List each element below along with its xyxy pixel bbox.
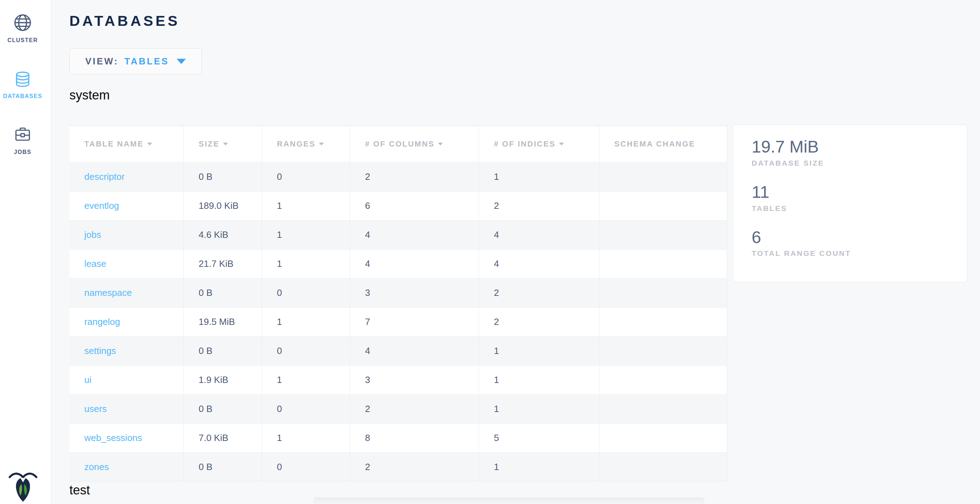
view-selector[interactable]: VIEW: TABLES: [69, 48, 202, 74]
database-size-stat: 19.7 MiB DATABASE SIZE: [752, 138, 956, 167]
sidebar-item-label: JOBS: [14, 149, 32, 155]
table-name-cell: zones: [69, 453, 184, 481]
indices-count-cell: 1: [479, 162, 600, 191]
size-cell: 1.9 KiB: [184, 366, 262, 394]
table-row: namespace 0 B 0 3 2: [69, 278, 727, 307]
column-header-size[interactable]: SIZE: [184, 126, 262, 162]
schema-change-cell: [600, 221, 727, 249]
table-name-link[interactable]: settings: [84, 345, 116, 356]
schema-change-cell: [600, 366, 727, 394]
ranges-cell: 0: [262, 394, 350, 423]
table-name-cell: jobs: [69, 221, 184, 249]
ranges-cell: 1: [262, 221, 350, 249]
table-name-link[interactable]: ui: [84, 374, 91, 385]
globe-icon: [13, 13, 32, 33]
schema-change-cell: [600, 308, 727, 336]
sort-arrow-icon: [559, 143, 564, 145]
columns-count-cell: 2: [350, 394, 479, 423]
schema-change-cell: [600, 424, 727, 452]
columns-count-cell: 4: [350, 221, 479, 249]
table-name-link[interactable]: rangelog: [84, 316, 120, 328]
section-heading-system: system: [69, 88, 110, 103]
table-name-link[interactable]: lease: [84, 258, 106, 269]
cockroachdb-logo[interactable]: [8, 471, 38, 502]
sort-arrow-icon: [223, 143, 228, 145]
database-size-value: 19.7 MiB: [752, 138, 956, 156]
columns-count-cell: 3: [350, 278, 479, 307]
indices-count-cell: 4: [479, 250, 600, 278]
ranges-cell: 1: [262, 366, 350, 394]
table-name-link[interactable]: eventlog: [84, 200, 119, 211]
table-row: lease 21.7 KiB 1 4 4: [69, 249, 727, 278]
schema-change-cell: [600, 162, 727, 191]
table-name-cell: users: [69, 394, 184, 423]
sidebar-item-label: CLUSTER: [8, 37, 38, 43]
table-name-link[interactable]: web_sessions: [84, 432, 142, 444]
tables-count-label: TABLES: [752, 204, 956, 213]
database-summary-card: 19.7 MiB DATABASE SIZE 11 TABLES 6 TOTAL…: [733, 125, 967, 283]
size-cell: 4.6 KiB: [184, 221, 262, 249]
indices-count-cell: 1: [479, 394, 600, 423]
columns-count-cell: 4: [350, 337, 479, 365]
columns-count-cell: 4: [350, 250, 479, 278]
sort-arrow-icon: [147, 143, 152, 145]
indices-count-cell: 2: [479, 308, 600, 336]
table-row: ui 1.9 KiB 1 3 1: [69, 365, 727, 394]
database-icon: [14, 71, 31, 89]
size-cell: 189.0 KiB: [184, 191, 262, 220]
indices-count-cell: 1: [479, 366, 600, 394]
table-row: jobs 4.6 KiB 1 4 4: [69, 220, 727, 249]
size-cell: 19.5 MiB: [184, 308, 262, 336]
database-size-label: DATABASE SIZE: [752, 159, 956, 167]
sort-arrow-icon: [319, 143, 324, 145]
table-name-cell: settings: [69, 337, 184, 365]
indices-count-cell: 1: [479, 337, 600, 365]
table-name-cell: lease: [69, 250, 184, 278]
table-row: rangelog 19.5 MiB 1 7 2: [69, 307, 727, 336]
table-name-link[interactable]: users: [84, 404, 107, 415]
range-count-label: TOTAL RANGE COUNT: [752, 249, 956, 258]
table-name-link[interactable]: jobs: [84, 229, 101, 240]
table-name-cell: namespace: [69, 278, 184, 307]
table-row: descriptor 0 B 0 2 1: [69, 162, 727, 191]
sidebar-item-databases[interactable]: DATABASES: [0, 71, 45, 99]
indices-count-cell: 5: [479, 424, 600, 452]
size-cell: 0 B: [184, 162, 262, 191]
ranges-cell: 0: [262, 337, 350, 365]
ranges-cell: 1: [262, 250, 350, 278]
columns-count-cell: 6: [350, 191, 479, 220]
ranges-cell: 1: [262, 424, 350, 452]
sidebar-item-jobs[interactable]: JOBS: [0, 126, 45, 155]
table-name-link[interactable]: namespace: [84, 288, 132, 298]
column-header-indices[interactable]: # OF INDICES: [479, 126, 600, 162]
schema-change-cell: [600, 250, 727, 278]
page-title: DATABASES: [69, 13, 180, 29]
table-name-cell: eventlog: [69, 191, 184, 220]
briefcase-icon: [14, 126, 32, 145]
chevron-down-icon: [177, 59, 186, 64]
ranges-cell: 0: [262, 162, 350, 191]
sidebar-item-cluster[interactable]: CLUSTER: [0, 13, 45, 43]
schema-change-cell: [600, 394, 727, 423]
table-body: descriptor 0 B 0 2 1 eventlog 189.0 KiB …: [69, 162, 727, 481]
schema-change-cell: [600, 278, 727, 307]
columns-count-cell: 2: [350, 453, 479, 481]
table-name-link[interactable]: zones: [84, 461, 109, 472]
columns-count-cell: 8: [350, 424, 479, 452]
view-selector-value: TABLES: [124, 56, 169, 67]
section-heading-test: test: [69, 483, 90, 498]
column-header-table-name[interactable]: TABLE NAME: [69, 126, 184, 162]
table-name-link[interactable]: descriptor: [84, 171, 125, 182]
table-row: eventlog 189.0 KiB 1 6 2: [69, 191, 727, 220]
table-row: zones 0 B 0 2 1: [69, 452, 727, 481]
next-table-shadow: [313, 497, 705, 504]
column-header-ranges[interactable]: RANGES: [262, 126, 350, 162]
size-cell: 0 B: [184, 337, 262, 365]
indices-count-cell: 1: [479, 453, 600, 481]
sort-arrow-icon: [438, 143, 443, 145]
ranges-cell: 1: [262, 191, 350, 220]
column-header-columns[interactable]: # OF COLUMNS: [350, 126, 479, 162]
table-row: settings 0 B 0 4 1: [69, 336, 727, 365]
indices-count-cell: 2: [479, 278, 600, 307]
column-header-schema-change: SCHEMA CHANGE: [600, 126, 727, 162]
